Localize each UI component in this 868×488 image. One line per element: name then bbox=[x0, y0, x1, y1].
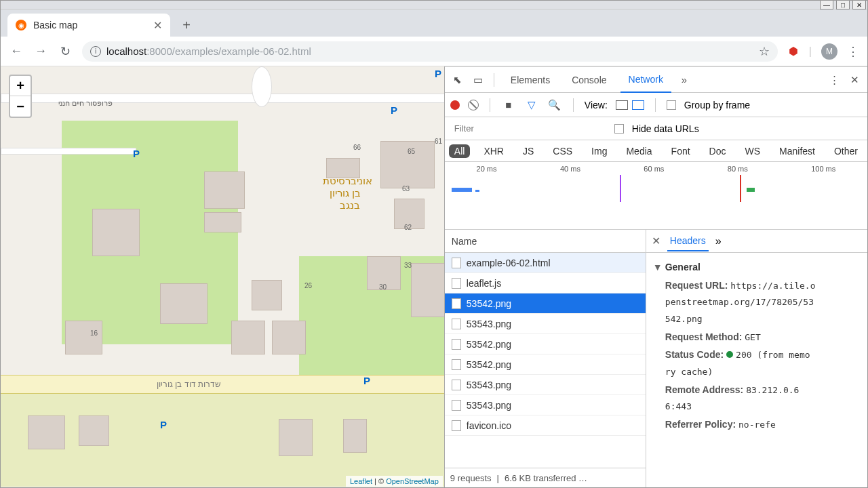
view-waterfall-icon[interactable] bbox=[632, 100, 644, 110]
tab-network[interactable]: Network bbox=[620, 67, 671, 93]
view-label: View: bbox=[585, 100, 608, 110]
detail-more-icon[interactable]: » bbox=[715, 235, 722, 247]
hide-urls-label: Hide data URLs bbox=[632, 123, 699, 134]
window-close[interactable]: ✕ bbox=[852, 0, 866, 9]
bookmark-star-icon[interactable]: ☆ bbox=[759, 44, 770, 59]
view-large-icon[interactable] bbox=[616, 100, 628, 110]
devtools-panel: ⬉ ▭ Elements Console Network » ⋮ ✕ ■ ▽ 🔍… bbox=[445, 66, 867, 488]
file-icon bbox=[452, 278, 461, 289]
filter-type-all[interactable]: All bbox=[449, 144, 471, 158]
address-bar: ← → ↻ i localhost:8000/examples/example-… bbox=[1, 37, 867, 66]
request-row[interactable]: 53543.png bbox=[445, 375, 646, 395]
filter-type-img[interactable]: Img bbox=[586, 144, 612, 158]
request-row[interactable]: 53542.png bbox=[445, 293, 646, 314]
map-label: שדרות דוד בן גוריון bbox=[157, 380, 221, 389]
favicon-icon: ◉ bbox=[16, 20, 26, 30]
group-by-frame-checkbox[interactable] bbox=[667, 100, 676, 110]
reload-button[interactable]: ↻ bbox=[58, 44, 73, 59]
search-icon[interactable]: 🔍 bbox=[547, 98, 562, 113]
filter-input[interactable] bbox=[450, 121, 606, 136]
request-row[interactable]: leaflet.js bbox=[445, 273, 646, 293]
devtools-settings-icon[interactable]: ⋮ bbox=[827, 73, 842, 87]
window-minimize[interactable]: — bbox=[820, 0, 833, 9]
tab-close-icon[interactable]: ✕ bbox=[153, 19, 162, 32]
map-label: בנגב bbox=[340, 199, 360, 211]
file-icon bbox=[452, 319, 461, 329]
tab-console[interactable]: Console bbox=[564, 67, 614, 93]
profile-avatar[interactable]: M bbox=[821, 43, 837, 60]
file-icon bbox=[452, 420, 461, 431]
osm-link[interactable]: OpenStreetMap bbox=[386, 477, 439, 485]
request-detail: ✕ Headers » ▼General Request URL: https:… bbox=[646, 230, 867, 488]
tab-title: Basic map bbox=[33, 20, 77, 30]
ublock-icon[interactable]: ⬢ bbox=[787, 45, 800, 58]
name-column-header[interactable]: Name bbox=[445, 230, 646, 253]
headers-tab[interactable]: Headers bbox=[667, 231, 709, 251]
filter-types: AllXHRJSCSSImgMediaFontDocWSManifestOthe… bbox=[445, 140, 867, 162]
detail-close-icon[interactable]: ✕ bbox=[652, 235, 660, 247]
device-toggle-icon[interactable]: ▭ bbox=[471, 73, 486, 87]
filter-type-media[interactable]: Media bbox=[620, 144, 657, 158]
map-label: בן גוריון bbox=[330, 187, 361, 199]
url-host: localhost bbox=[106, 45, 146, 57]
forward-button[interactable]: → bbox=[33, 44, 48, 58]
clear-button[interactable] bbox=[468, 100, 479, 110]
tab-elements[interactable]: Elements bbox=[502, 67, 558, 93]
leaflet-link[interactable]: Leaflet bbox=[350, 477, 372, 485]
request-list: Name example-06-02.htmlleaflet.js53542.p… bbox=[445, 230, 646, 488]
request-row[interactable]: 53542.png bbox=[445, 354, 646, 375]
zoom-control: + − bbox=[9, 75, 32, 118]
zoom-out-button[interactable]: − bbox=[10, 96, 31, 117]
browser-menu-icon[interactable]: ⋮ bbox=[847, 44, 859, 59]
map-viewport[interactable]: אוניברסיטת בן גוריון בנגב שדרות דוד בן ג… bbox=[1, 66, 445, 488]
request-row[interactable]: 53543.png bbox=[445, 395, 646, 415]
back-button[interactable]: ← bbox=[9, 44, 24, 58]
filter-type-xhr[interactable]: XHR bbox=[478, 144, 509, 158]
request-row[interactable]: favicon.ico bbox=[445, 415, 646, 436]
file-icon bbox=[452, 298, 461, 309]
file-icon bbox=[452, 380, 461, 390]
file-icon bbox=[452, 339, 461, 350]
file-icon bbox=[452, 400, 461, 411]
zoom-in-button[interactable]: + bbox=[10, 76, 31, 96]
site-info-icon[interactable]: i bbox=[90, 46, 101, 57]
filter-type-css[interactable]: CSS bbox=[547, 144, 578, 158]
camera-icon[interactable]: ■ bbox=[501, 98, 516, 113]
request-row[interactable]: 53543.png bbox=[445, 314, 646, 334]
network-summary: 9 requests | 6.6 KB transferred … bbox=[445, 468, 646, 488]
filter-type-other[interactable]: Other bbox=[829, 144, 863, 158]
filter-type-doc[interactable]: Doc bbox=[704, 144, 732, 158]
filter-toggle-icon[interactable]: ▽ bbox=[524, 98, 539, 113]
general-section[interactable]: ▼General bbox=[653, 258, 861, 277]
map-attribution: Leaflet | © OpenStreetMap bbox=[346, 476, 443, 487]
filter-type-js[interactable]: JS bbox=[517, 144, 539, 158]
url-path: :8000/examples/example-06-02.html bbox=[146, 45, 311, 57]
window-maximize[interactable]: □ bbox=[836, 0, 850, 9]
map-label: אוניברסיטת bbox=[323, 175, 372, 187]
request-row[interactable]: example-06-02.html bbox=[445, 253, 646, 273]
filter-type-ws[interactable]: WS bbox=[740, 144, 766, 158]
devtools-close-icon[interactable]: ✕ bbox=[847, 73, 862, 87]
filter-type-font[interactable]: Font bbox=[666, 144, 696, 158]
group-label: Group by frame bbox=[684, 100, 750, 110]
tab-strip: ◉ Basic map ✕ + bbox=[1, 9, 867, 37]
file-icon bbox=[452, 359, 461, 370]
filter-type-manifest[interactable]: Manifest bbox=[774, 144, 821, 158]
request-row[interactable]: 53542.png bbox=[445, 334, 646, 354]
browser-tab[interactable]: ◉ Basic map ✕ bbox=[7, 14, 170, 37]
map-label: פרופסור חיים חנני bbox=[58, 99, 113, 108]
record-button[interactable] bbox=[450, 100, 460, 110]
new-tab-button[interactable]: + bbox=[177, 16, 196, 35]
inspect-icon[interactable]: ⬉ bbox=[450, 73, 465, 87]
url-input[interactable]: i localhost:8000/examples/example-06-02.… bbox=[82, 41, 778, 62]
tabs-more-icon[interactable]: » bbox=[677, 73, 692, 87]
hide-data-urls-checkbox[interactable] bbox=[614, 124, 624, 134]
file-icon bbox=[452, 258, 461, 268]
network-timeline[interactable]: 20 ms40 ms60 ms80 ms100 ms bbox=[445, 162, 867, 230]
